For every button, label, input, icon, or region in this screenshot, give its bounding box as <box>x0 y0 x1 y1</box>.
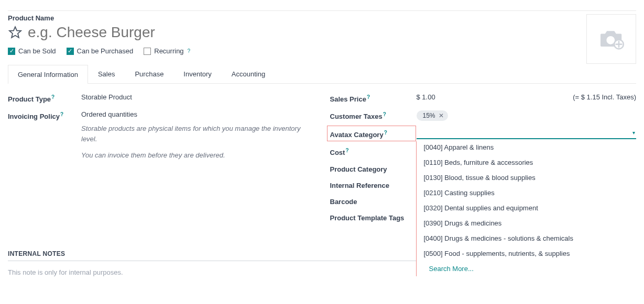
avatax-option[interactable]: [0110] Beds, furniture & accessories <box>417 155 637 170</box>
avatax-dropdown: [0040] Apparel & linens [0110] Beds, fur… <box>417 140 637 276</box>
recurring-checkbox[interactable]: Recurring ? <box>144 47 190 55</box>
internal-reference-label: Internal Reference <box>330 181 417 189</box>
remove-tag-icon[interactable]: ✕ <box>439 112 444 119</box>
avatax-option[interactable]: [0210] Casting supplies <box>417 185 637 200</box>
help-icon[interactable]: ? <box>51 94 54 100</box>
svg-marker-0 <box>9 27 21 38</box>
camera-add-icon <box>597 25 626 54</box>
favorite-star-icon[interactable] <box>8 25 23 40</box>
customer-taxes-label: Customer Taxes? <box>330 110 417 120</box>
avatax-option[interactable]: [0400] Drugs & medicines - solutions & c… <box>417 231 637 246</box>
invoicing-description-1: Storable products are physical items for… <box>81 123 304 144</box>
cost-label: Cost? <box>330 147 417 156</box>
can-be-sold-checkbox[interactable]: ✓ Can be Sold <box>8 47 56 55</box>
check-icon: ✓ <box>8 48 15 55</box>
check-icon <box>144 48 151 55</box>
avatax-category-label: Avatax Category? <box>330 129 417 139</box>
help-icon[interactable]: ? <box>383 111 386 117</box>
invoicing-policy-value[interactable]: Ordered quantities <box>81 110 314 118</box>
help-icon[interactable]: ? <box>60 111 63 117</box>
help-icon[interactable]: ? <box>367 94 370 100</box>
avatax-option[interactable]: [0320] Dental supplies and equipment <box>417 200 637 216</box>
tax-tag-label: 15% <box>423 112 435 119</box>
check-icon: ✓ <box>67 48 74 55</box>
invoicing-policy-label: Invoicing Policy? <box>8 110 81 120</box>
tabs: General Information Sales Purchase Inven… <box>8 64 636 84</box>
product-name-input[interactable] <box>28 24 290 41</box>
tab-accounting[interactable]: Accounting <box>222 64 275 83</box>
product-template-tags-label: Product Template Tags <box>330 213 417 222</box>
tab-sales[interactable]: Sales <box>88 64 125 83</box>
tax-tag[interactable]: 15% ✕ <box>417 110 448 121</box>
sales-price-label: Sales Price? <box>330 93 417 103</box>
help-icon[interactable]: ? <box>345 148 348 153</box>
avatax-category-input[interactable] <box>417 128 637 139</box>
recurring-label: Recurring <box>154 47 183 55</box>
product-image-upload[interactable] <box>586 14 636 64</box>
can-be-purchased-label: Can be Purchased <box>77 47 134 55</box>
invoicing-description-2: You can invoice them before they are del… <box>81 150 304 161</box>
product-type-label: Product Type? <box>8 93 81 103</box>
avatax-option[interactable]: [0390] Drugs & medicines <box>417 216 637 231</box>
avatax-option[interactable]: [0500] Food - supplements, nutrients, & … <box>417 246 637 261</box>
product-name-label: Product Name <box>8 14 586 22</box>
tab-purchase[interactable]: Purchase <box>125 64 173 83</box>
sales-price-incl-taxes: (= $ 1.15 Incl. Taxes) <box>573 93 636 101</box>
can-be-sold-label: Can be Sold <box>18 47 56 55</box>
help-icon[interactable]: ? <box>188 48 191 54</box>
tab-inventory[interactable]: Inventory <box>173 64 221 83</box>
product-category-label: Product Category <box>330 164 417 173</box>
help-icon[interactable]: ? <box>384 130 387 136</box>
product-type-value[interactable]: Storable Product <box>81 93 314 101</box>
tab-general-information[interactable]: General Information <box>8 65 88 84</box>
avatax-option[interactable]: [0130] Blood, tissue & blood supplies <box>417 170 637 185</box>
sales-price-value[interactable]: $ 1.00 <box>417 93 435 101</box>
can-be-purchased-checkbox[interactable]: ✓ Can be Purchased <box>67 47 134 55</box>
avatax-search-more[interactable]: Search More... <box>417 261 637 276</box>
barcode-label: Barcode <box>330 197 417 206</box>
avatax-option[interactable]: [0040] Apparel & linens <box>417 140 637 155</box>
top-divider <box>8 10 636 11</box>
